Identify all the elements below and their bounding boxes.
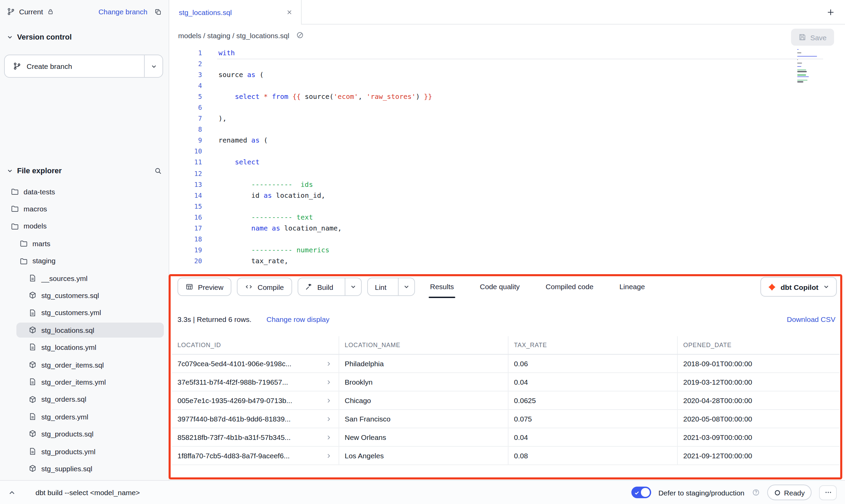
file-item-stg_orders.sql[interactable]: stg_orders.sql [0,390,169,408]
table-row[interactable]: 7c079cea-5ed4-4101-906e-9198c...Philadel… [172,355,840,373]
version-control-section-header[interactable]: Version control [7,30,162,44]
lint-dropdown[interactable] [398,278,414,295]
line-number: 9 [169,137,202,144]
expand-row-chevron-icon[interactable] [326,434,332,440]
file-item-stg_orders.yml[interactable]: stg_orders.yml [0,408,169,425]
file-item-label: stg_orders.yml [41,413,88,421]
cell-location-name: Chicago [339,391,509,409]
cell-opened-date: 2020-04-28T00:00:00 [678,391,840,409]
code-line-text: ---------- numerics [202,246,329,254]
file-item-label: stg_customers.yml [41,309,101,317]
chevron-down-icon [823,284,829,290]
expand-row-chevron-icon[interactable] [326,379,332,385]
file-item-stg_supplies.sql[interactable]: stg_supplies.sql [0,460,169,477]
cell-opened-date: 2021-09-12T00:00:00 [678,447,840,464]
search-icon[interactable] [154,167,162,174]
file-item-stg_order_items.sql[interactable]: stg_order_items.sql [0,356,169,373]
folder-icon [20,257,28,265]
build-dropdown[interactable] [345,278,361,295]
file-item-marts[interactable]: marts [0,235,169,252]
file-text-icon [29,274,37,282]
file-item-stg_products.sql[interactable]: stg_products.sql [0,425,169,443]
defer-toggle[interactable] [631,487,651,498]
dbt-copilot-button[interactable]: dbt Copilot [760,277,837,297]
download-csv-link[interactable]: Download CSV [787,315,835,323]
model-cube-icon [29,430,37,438]
build-button-group: Build [298,278,362,296]
code-line-text: ), [202,115,227,122]
breadcrumb-row: models / staging / stg_locations.sql [169,25,845,46]
expand-row-chevron-icon[interactable] [326,416,332,422]
model-cube-icon [29,395,37,403]
save-button[interactable]: Save [791,29,834,46]
file-item-staging[interactable]: staging [0,252,169,269]
tab-title: stg_locations.sql [179,8,232,16]
file-item-stg_products.yml[interactable]: stg_products.yml [0,443,169,460]
expand-row-chevron-icon[interactable] [326,453,332,459]
code-line: 11 select [169,157,845,168]
copy-icon[interactable] [154,8,162,15]
tab-lineage[interactable]: Lineage [618,275,646,298]
file-text-icon [29,447,37,455]
code-line-text: source as ( [202,71,264,78]
preview-button[interactable]: Preview [177,278,232,296]
tab-compiled-code[interactable]: Compiled code [544,275,595,298]
compile-button[interactable]: Compile [237,278,292,296]
line-number: 12 [169,169,202,177]
table-row[interactable]: 37e5f311-b7f4-4f2f-988b-719657...Brookly… [172,373,840,391]
column-header-location_id: LOCATION_ID [172,336,339,354]
lint-label: Lint [375,283,386,291]
file-item-stg_customers.yml[interactable]: stg_customers.yml [0,304,169,321]
table-row[interactable]: 1f8ffa70-7cb5-4d83-8a7f-9aceef6...Los An… [172,447,840,465]
code-icon [245,283,253,291]
code-line: 2 [169,58,845,69]
table-row[interactable]: 858218fb-73f7-4b1b-a31f-57b345...New Orl… [172,428,840,447]
file-text-icon [29,309,37,316]
file-item-__sources.yml[interactable]: __sources.yml [0,269,169,287]
table-row[interactable]: 005e7e1c-1935-4269-b479-0713b...Chicago0… [172,391,840,410]
code-line: 3source as ( [169,69,845,80]
expand-row-chevron-icon[interactable] [326,360,332,367]
table-row[interactable]: 3977f440-b87d-461b-9dd6-81839...San Fran… [172,410,840,428]
chevron-up-icon[interactable] [8,489,16,496]
ready-status-button[interactable]: Ready [767,485,812,500]
file-item-models[interactable]: models [0,218,169,235]
file-item-stg_locations.sql[interactable]: stg_locations.sql [0,321,169,339]
code-line: 4 [169,80,845,91]
current-branch-label: Current [19,8,43,16]
code-editor[interactable]: 1with23source as (45 select * from {{ so… [169,46,845,275]
help-icon[interactable] [752,489,759,496]
file-item-stg_locations.yml[interactable]: stg_locations.yml [0,339,169,356]
code-line: 5 select * from {{ source('ecom', 'raw_s… [169,91,845,102]
version-control-header-label: Version control [17,33,72,41]
cell-opened-date: 2020-05-08T00:00:00 [678,410,840,428]
lint-button[interactable]: Lint [368,278,393,295]
chevron-down-icon [151,63,157,69]
file-item-macros[interactable]: macros [0,200,169,218]
expand-row-chevron-icon[interactable] [326,397,332,403]
slash-circle-icon[interactable] [296,31,304,39]
new-tab-plus-icon[interactable] [827,8,835,16]
tab-results[interactable]: Results [429,275,455,298]
change-row-display-link[interactable]: Change row display [267,315,329,323]
file-item-stg_customers.sql[interactable]: stg_customers.sql [0,287,169,304]
cell-location-id: 3977f440-b87d-461b-9dd6-81839... [172,410,339,428]
tab-stg-locations-sql[interactable]: stg_locations.sql [169,0,302,25]
results-header-row: LOCATION_IDLOCATION_NAMETAX_RATEOPENED_D… [172,336,840,355]
file-explorer-section-header[interactable]: File explorer [7,164,162,177]
create-branch-button[interactable]: Create branch [5,55,144,77]
minimap[interactable] [797,49,822,83]
change-branch-link[interactable]: Change branch [98,8,147,16]
line-number: 15 [169,203,202,210]
create-branch-dropdown[interactable] [144,55,162,77]
build-button[interactable]: Build [298,278,340,295]
tab-code-quality[interactable]: Code quality [478,275,521,298]
line-number: 7 [169,115,202,122]
code-line: 19 ---------- numerics [169,244,845,255]
chevron-down-icon [350,284,356,290]
more-menu-button[interactable] [819,485,837,500]
file-explorer-header-label: File explorer [17,166,62,175]
file-item-stg_order_items.yml[interactable]: stg_order_items.yml [0,373,169,391]
file-item-data-tests[interactable]: data-tests [0,183,169,200]
close-tab-icon[interactable] [286,9,293,16]
